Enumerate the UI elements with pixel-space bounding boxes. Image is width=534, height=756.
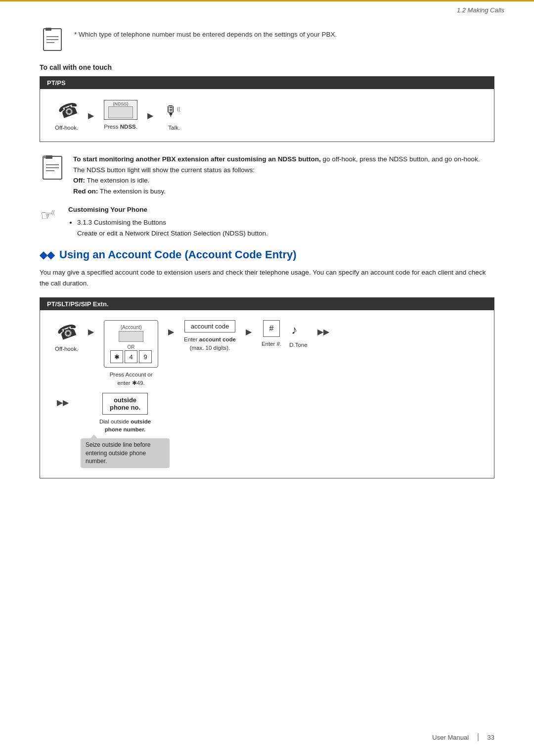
- acc-double-arrow-2: ▶▶: [57, 398, 69, 407]
- dtone-icon: ♪: [289, 320, 307, 338]
- star-key: ✱: [110, 350, 123, 363]
- acc-arrow-1: ▶: [88, 327, 94, 336]
- acc-offhook: ☎ Off-hook.: [55, 320, 78, 353]
- acc-outside-label: Dial outside outside phone number.: [99, 418, 151, 433]
- step-row-touch: ☎ Off-hook. ▶ (NDSS) Press NDSS. ▶: [55, 99, 479, 132]
- star49-keys: ✱ 4 9: [110, 350, 152, 363]
- ndss-button-visual: [108, 106, 133, 118]
- note-text-1: * Which type of telephone number must be…: [74, 27, 337, 40]
- bullet-note-content: To start monitoring another PBX extensio…: [73, 154, 480, 196]
- acc-account-group: (Account) OR ✱ 4 9 Press Account or ent: [104, 320, 158, 386]
- header-bar: 1.2 Making Calls: [0, 0, 534, 17]
- acc-arrow-2: ▶: [168, 327, 174, 336]
- step-ndss: (NDSS) Press NDSS.: [104, 100, 137, 131]
- hand-icon: ☞ ((: [40, 204, 61, 226]
- account-device-header: PT/SLT/PS/SIP Extn.: [40, 298, 494, 310]
- account-code-box: PT/SLT/PS/SIP Extn. ☎ Off-hook. ▶: [40, 297, 494, 478]
- svg-text:♪: ♪: [291, 323, 297, 336]
- arrow-2: ▶: [147, 111, 153, 120]
- svg-rect-9: [45, 155, 52, 159]
- outside-phone-box: outside phone no.: [102, 393, 148, 415]
- footer-label: User Manual: [432, 734, 469, 741]
- hash-key: #: [263, 320, 280, 337]
- svg-rect-1: [45, 28, 51, 31]
- bracket-group: (Account) OR ✱ 4 9: [104, 320, 158, 368]
- handset-icon-acc: ☎: [56, 320, 78, 342]
- nine-key: 9: [139, 350, 152, 363]
- svg-text:((: ((: [51, 210, 55, 215]
- arrow-1: ▶: [88, 111, 94, 120]
- ndss-icon: (NDSS): [104, 100, 137, 120]
- device-box-body: ☎ Off-hook. ▶ (NDSS) Press NDSS. ▶: [40, 89, 494, 142]
- callout-box: Seize outside line before entering outsi…: [81, 438, 170, 468]
- callout-container: Seize outside line before entering outsi…: [81, 438, 170, 468]
- acc-hash-label: Enter #.: [262, 340, 281, 348]
- svg-point-13: [43, 155, 46, 158]
- account-code-desc: You may give a specified account code to…: [40, 267, 494, 288]
- customise-row: ☞ (( Customising Your Phone 3.1.3 Custom…: [40, 204, 494, 238]
- diamond-icon: ◆◆: [40, 249, 54, 261]
- acc-dtone-step: ♪ D.Tone: [289, 320, 307, 349]
- bullet-bold: To start monitoring another PBX extensio…: [73, 155, 480, 163]
- acc-hash-step: # Enter #.: [262, 320, 281, 348]
- svg-text:((: ((: [177, 106, 180, 112]
- account-label: (Account): [121, 325, 142, 330]
- account-device-body: ☎ Off-hook. ▶ (Account) OR ✱: [40, 310, 494, 478]
- acc-offhook-label: Off-hook.: [55, 345, 78, 353]
- customise-content: Customising Your Phone 3.1.3 Customising…: [68, 204, 268, 238]
- step-offhook: ☎ Off-hook.: [55, 99, 78, 132]
- offhook-label: Off-hook.: [55, 124, 78, 132]
- footer: User Manual 33: [432, 733, 494, 741]
- section-title: 1.2 Making Calls: [457, 6, 504, 14]
- acc-press-label: Press Account or enter ✱49.: [110, 371, 153, 386]
- account-code-input-box: account code: [184, 320, 235, 332]
- four-key: 4: [125, 350, 137, 363]
- customise-item: 3.1.3 Customising the Buttons Create or …: [77, 217, 268, 238]
- acc-outside-step: outside phone no. Dial outside outside p…: [81, 393, 170, 469]
- step-talk: 🎙 (( Talk.: [163, 99, 185, 132]
- svg-text:🎙: 🎙: [164, 103, 178, 119]
- ndss-label: Press NDSS.: [104, 123, 137, 131]
- acc-step-sub-row: ▶▶ outside phone no. Dial outside outsid…: [55, 393, 479, 469]
- account-button-vis: [119, 331, 143, 342]
- svg-text:☎: ☎: [56, 320, 78, 342]
- footer-divider: [478, 733, 479, 741]
- page: 1.2 Making Calls * Which type of telepho…: [0, 0, 534, 756]
- subsection-title: To call with one touch: [40, 63, 494, 71]
- pt-ps-box: PT/PS ☎ Off-hook. ▶ (NDSS): [40, 76, 494, 142]
- account-code-heading: ◆◆ Using an Account Code (Account Code E…: [40, 248, 494, 261]
- talk-icon: 🎙 ((: [163, 99, 185, 121]
- main-content: * Which type of telephone number must be…: [0, 17, 534, 520]
- talk-label: Talk.: [168, 124, 180, 132]
- device-box-header: PT/PS: [40, 77, 494, 89]
- or-label: OR: [128, 344, 135, 350]
- handset-icon-1: ☎: [56, 99, 78, 121]
- account-step-row: ☎ Off-hook. ▶ (Account) OR ✱: [55, 320, 479, 386]
- page-number: 33: [488, 734, 494, 741]
- note-row-1: * Which type of telephone number must be…: [40, 27, 494, 52]
- acc-code-step: account code Enter account code (max. 10…: [184, 320, 236, 351]
- acc-double-arrow: ▶▶: [317, 327, 329, 336]
- bullet-note-ndss: To start monitoring another PBX extensio…: [40, 154, 494, 196]
- acc-code-label: Enter account code (max. 10 digits).: [184, 335, 236, 351]
- acc-arrow-3: ▶: [246, 327, 252, 336]
- note-icon-2: [40, 154, 65, 180]
- svg-text:☎: ☎: [56, 99, 78, 121]
- acc-dtone-label: D.Tone: [289, 341, 307, 349]
- note-paper-icon: [40, 27, 65, 52]
